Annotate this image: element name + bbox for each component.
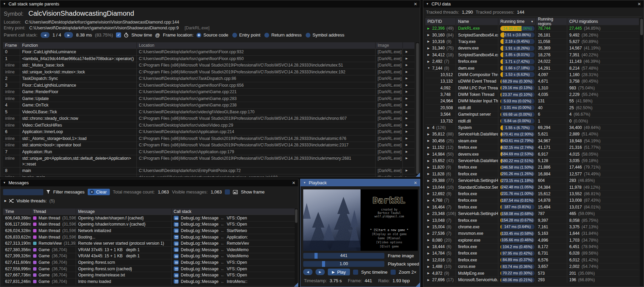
collapse-icon[interactable]: ▼ <box>3 181 6 184</box>
process-row[interactable]: ▼ 7,144 (8) dwm.exe 1.66 s (7.18%) 14,29… <box>425 64 639 71</box>
row-expand-icon[interactable]: ▶ <box>403 135 410 142</box>
row-expand-icon[interactable]: ▶ <box>403 82 410 89</box>
table-row[interactable]: 8 main C:\Users\wolf\Desktop\darkrl\src\… <box>3 167 414 174</box>
col-thread[interactable]: Thread <box>31 209 76 215</box>
radio-icon[interactable] <box>196 33 201 38</box>
callstack-list-icon[interactable] <box>174 222 179 227</box>
radio-icon[interactable] <box>306 33 310 38</box>
process-row[interactable]: ▶ 13,044 (10) StandardCollector.Servic 2… <box>425 184 639 190</box>
table-row[interactable]: inline Video::GetTicksHiRes C:\Users\wol… <box>3 122 414 129</box>
expand-icon[interactable]: ▶ <box>4 199 6 202</box>
close-icon[interactable]: ✕ <box>414 181 417 185</box>
callstack-cell[interactable]: DebugLog::Message ← VFS::Open <box>172 272 295 278</box>
radio-option[interactable]: Return address <box>264 32 302 38</box>
col-message[interactable]: Message <box>76 209 172 215</box>
process-row[interactable]: 3,564 GameInput server 69.68 us (0.00%) … <box>425 111 639 117</box>
process-row[interactable]: ▶ 10,316 (9) Tracy.exe 2.18 s (9.45%) 11… <box>425 38 639 45</box>
col-location[interactable]: Location <box>137 42 376 48</box>
table-row[interactable]: inline Game::RenderFloor C:\Users\wolf\D… <box>3 88 414 95</box>
collapse-icon[interactable]: ▼ <box>3 2 6 5</box>
message-row[interactable]: 627,313,190ns RemoteView (31,392) Remote… <box>3 240 295 246</box>
callstack-cell[interactable]: DebugLog::Message ← VFS::Open <box>172 215 295 221</box>
process-row[interactable]: ▶ 14,984 (50) devenv.exe 584.69 ms (2.53… <box>425 150 639 157</box>
callstack-cell[interactable]: DebugLog::Message ← VFS::Open <box>172 266 295 272</box>
visible-threads-row[interactable]: ▶ Visible threads: (5) <box>4 198 55 203</box>
callstack-cell[interactable]: DebugLog::Message ← IntroMenu:: <box>172 278 295 285</box>
close-icon[interactable]: ✕ <box>414 2 417 6</box>
callstack-list-icon[interactable] <box>174 273 179 277</box>
expand-icon[interactable]: ▶ <box>427 146 430 149</box>
callstack-cell[interactable]: DebugLog::Message ← VFS::Open <box>172 221 295 228</box>
expand-icon[interactable]: ▶ <box>427 252 430 255</box>
callstack-scrollbar[interactable] <box>416 42 419 176</box>
process-row[interactable]: 13,732 ntdll.dll 5.84 us (0.00%) 1 0 (0.… <box>425 117 639 124</box>
process-row[interactable]: 3,748 DWM Token Thread 23.37 ms (0.10%) … <box>425 91 639 98</box>
message-row[interactable]: 626,833,622ns Main thread (31,596) Booti… <box>3 234 295 240</box>
row-expand-icon[interactable]: ▶ <box>403 89 410 95</box>
show-time-checkbox[interactable]: ✓ <box>116 32 121 38</box>
col-frame[interactable]: Frame <box>3 42 20 48</box>
row-expand-icon[interactable]: ▶ <box>403 174 410 177</box>
process-row[interactable]: ▶ 11,828 (6) firefox.exe 291.26 ms (1.26… <box>425 171 639 177</box>
expand-icon[interactable]: ▶ <box>427 239 430 242</box>
process-row[interactable]: ▶ 30,160 (84) ScriptedSandbox64.exe 2.51… <box>425 31 639 38</box>
next-stack-button[interactable]: ▶ <box>64 32 73 38</box>
process-row[interactable]: ▶ 11,820 (9) firefox.exe 346.58 ms (1.50… <box>425 164 639 170</box>
message-row[interactable]: 627,399,326ns Game (36,704) VRAM 43x45: … <box>3 253 295 259</box>
row-expand-icon[interactable]: ▶ <box>403 49 410 55</box>
show-frame-label[interactable]: Show frame <box>241 189 264 195</box>
process-row[interactable]: ▶ 30,456 (25) steam.exe 643.61 ms (2.79%… <box>425 138 639 144</box>
row-expand-icon[interactable]: ▶ <box>403 155 410 167</box>
process-row[interactable]: ▶ 11,152 (12) firefox.exe 632.15 ms (2.7… <box>425 144 639 150</box>
expand-icon[interactable]: ▶ <box>427 40 430 43</box>
col-name[interactable]: Name <box>456 18 498 25</box>
process-row[interactable]: ▶ 27,696 (17) Microsoft.ServiceHub.Co 48… <box>425 276 639 283</box>
table-row[interactable]: inline std::_Mutex_base::lock C:\Program… <box>3 62 414 69</box>
process-row[interactable]: ▶ 16,464 (7) firefox.exe 187 ms (0.81%) … <box>425 204 639 210</box>
row-expand-icon[interactable]: ▶ <box>403 96 410 102</box>
expand-icon[interactable]: ▶ <box>427 219 430 222</box>
process-row[interactable]: ▶ 23,348 (106) ServiceHub.SettingsHost 1… <box>425 210 639 217</box>
table-row[interactable]: 7 Application::Run C:\Users\wolf\Desktop… <box>3 148 414 155</box>
expand-icon[interactable]: ▶ <box>427 199 430 202</box>
callstack-list-icon[interactable] <box>174 228 179 233</box>
process-row[interactable]: ▶ 35,812 (88) ServiceHub.DataWarehou 670… <box>425 131 639 137</box>
process-row[interactable]: ▶ 12,692 (9) firefox.exe 231.76 ms (1.00… <box>425 190 639 197</box>
callstack-cell[interactable]: DebugLog::Message ← Application: <box>172 234 295 240</box>
callstack-list-icon[interactable] <box>174 241 179 246</box>
table-row[interactable]: inline std::_Atomic_storage<bool,1>::loa… <box>3 135 414 142</box>
expand-icon[interactable]: ▶ <box>427 27 430 30</box>
callstack-cell[interactable]: DebugLog::Message ← VFS::Open <box>172 259 295 266</box>
expand-icon[interactable]: ▶ <box>427 265 430 268</box>
row-expand-icon[interactable]: ▶ <box>403 102 410 109</box>
process-row[interactable]: ▶ 34,412 (18) ScriptedSandbox64.exe 1.85… <box>425 52 639 58</box>
radio-option[interactable]: Symbol address <box>306 32 344 38</box>
filter-input[interactable] <box>3 189 43 195</box>
expand-icon[interactable]: ▶ <box>427 60 430 63</box>
expand-icon[interactable]: ▶ <box>427 272 430 275</box>
process-row[interactable]: ▶ 4,872 (9) MsMpEng.exe 70.22 ms (0.30%)… <box>425 270 639 276</box>
clear-button[interactable]: ✕ Clear <box>88 189 110 195</box>
resize-grip[interactable] <box>416 283 420 287</box>
message-row[interactable]: 606,117,568ns Main thread (31,596) Openi… <box>3 221 295 228</box>
sync-timeline-checkbox[interactable] <box>353 270 358 275</box>
message-row[interactable]: 627,380,356ns Game (36,704) VRAM 37x45: … <box>3 246 295 253</box>
process-row[interactable]: ▶ 22,396 (49) DarkRL.exe 14.33 s (62.06%… <box>425 25 639 31</box>
process-row[interactable]: 10,512 DWM Compositor Threa 1.53 s (6.63… <box>425 71 639 78</box>
col-time[interactable]: Time <box>3 209 31 215</box>
row-expand-icon[interactable]: ▶ <box>403 62 410 69</box>
message-row[interactable]: 627,558,996ns Game (36,704) Opening /for… <box>3 266 295 272</box>
row-expand-icon[interactable]: ▶ <box>403 69 410 75</box>
callstack-list-icon[interactable] <box>174 260 179 264</box>
show-time-label[interactable]: Show time <box>131 32 152 38</box>
close-icon[interactable]: ✕ <box>292 181 295 185</box>
expand-icon[interactable]: ▶ <box>427 245 430 248</box>
show-frame-checkbox[interactable] <box>225 189 230 195</box>
callstack-cell[interactable]: DebugLog::Message ← RemoteViev <box>172 240 295 246</box>
radio-icon[interactable] <box>232 33 237 38</box>
step-forward-button[interactable]: ▶ <box>316 269 325 275</box>
process-row[interactable]: ▶ 15,652 (43) ServiceHub.DataWarehou 580… <box>425 157 639 164</box>
expand-icon[interactable]: ▶ <box>427 139 430 142</box>
message-row[interactable]: 626,024,328ns Main thread (31,596) Netwo… <box>3 227 295 234</box>
process-row[interactable]: ▶ 18,444 (6) firefox.exe 104.2 ms (0.45%… <box>425 243 639 250</box>
